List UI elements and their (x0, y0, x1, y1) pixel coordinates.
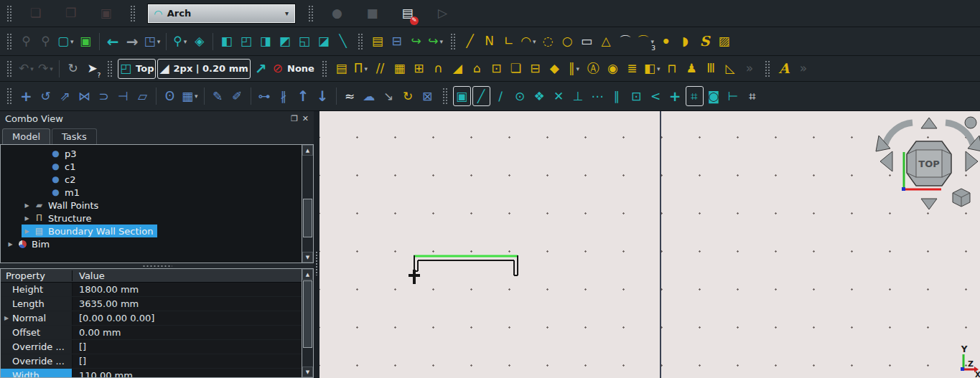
macro-edit-button[interactable]: ▤✎ (398, 4, 416, 24)
export-as-button[interactable]: ↪▾ (426, 32, 444, 52)
property-name-cell[interactable]: Length (1, 297, 73, 311)
toolbar-grip[interactable] (6, 60, 11, 77)
tree-item-structure[interactable]: ▶ΠStructure (1, 212, 302, 225)
chevron-down-icon[interactable]: ▾ (365, 65, 368, 72)
copy-button[interactable]: ❐ (62, 4, 80, 24)
rear-view-button[interactable]: ◩ (276, 32, 294, 52)
property-row-override[interactable]: Override ...[] (1, 340, 302, 354)
nav-back-button[interactable]: ← (104, 32, 122, 52)
toolbar-grip[interactable] (6, 33, 11, 50)
snap-center-button[interactable]: ⊙ (511, 86, 529, 106)
scroll-up-icon[interactable]: ▲ (302, 145, 313, 156)
property-name-cell[interactable]: Override ... (1, 340, 73, 354)
building-tool[interactable]: ⌂ (468, 59, 486, 79)
toolbar-grip[interactable] (107, 60, 112, 77)
draft-offset-tool[interactable]: ⊃ (95, 86, 113, 106)
draft-downgrade-tool[interactable]: ↓ (314, 86, 332, 106)
schedule-tool[interactable]: ⊟ (526, 59, 544, 79)
property-value[interactable]: 0.00 mm (73, 326, 302, 339)
tree-item-c1[interactable]: ●c1 (1, 160, 302, 173)
fit-selection-button[interactable]: ⚲ (37, 32, 55, 52)
draft-subelement-tool[interactable]: ✐ (228, 86, 246, 106)
roof-tool[interactable]: ◢ (449, 59, 467, 79)
panel-viewport-splitter[interactable] (314, 111, 319, 378)
new-document-button[interactable]: ❏ (27, 4, 45, 24)
export-button[interactable]: ↪ (407, 32, 425, 52)
draft-rectangle-tool[interactable]: ▭ (578, 32, 596, 52)
fence-tool[interactable]: Ⅲ (702, 59, 720, 79)
tab-tasks[interactable]: Tasks (52, 128, 97, 144)
autogroup-button[interactable]: ⊘None (271, 59, 316, 79)
property-name-cell[interactable]: Height (1, 283, 73, 296)
toolbar-grip[interactable] (450, 33, 455, 50)
stairs-tool[interactable]: ≣ (623, 59, 641, 79)
expand-arrow-icon[interactable]: ▶ (5, 241, 16, 247)
snap-perpendicular-button[interactable]: ⊥ (569, 86, 587, 106)
level-tool[interactable]: ⊡ (487, 59, 505, 79)
property-scrollbar[interactable]: ▲ ▼ (302, 269, 313, 377)
scroll-down-icon[interactable]: ▼ (302, 367, 313, 377)
property-name-cell[interactable]: Width (1, 369, 73, 377)
property-row-override[interactable]: Override ...[] (1, 354, 302, 369)
wall-drawing[interactable] (409, 255, 518, 284)
draft-point-tool[interactable]: • (657, 32, 675, 52)
snap-endpoint-button[interactable]: ╱ (472, 86, 490, 106)
tree-item-m1[interactable]: ●m1 (1, 186, 302, 199)
draft-move-tool[interactable]: + (17, 86, 35, 106)
snap-midpoint-button[interactable]: ∕ (492, 86, 510, 106)
draft-array-tool[interactable]: ▦▾ (180, 86, 200, 106)
chevron-down-icon[interactable]: ▾ (651, 38, 655, 45)
pipe-tool[interactable]: ‖▾ (565, 59, 583, 79)
draft-trim-tool[interactable]: ⊣ (114, 86, 132, 106)
frame-tool[interactable]: ⊓ (663, 59, 681, 79)
tab-model[interactable]: Model (2, 128, 50, 144)
annotation-text-tool[interactable]: A (775, 59, 793, 79)
expand-arrow-icon[interactable]: ▶ (22, 215, 32, 222)
chevron-down-icon[interactable]: ▾ (184, 38, 187, 45)
property-row-width[interactable]: Width110.00 mm (1, 369, 302, 377)
draft-polyline-tool[interactable]: N (480, 32, 498, 52)
rebar-tool[interactable]: // (371, 59, 389, 79)
axonometric-view-button[interactable]: ◈ (190, 32, 208, 52)
nav-arrow-down-icon[interactable] (921, 199, 937, 209)
undo-button[interactable]: ↶▾ (17, 59, 35, 79)
wall-tool[interactable]: ▤ (332, 59, 350, 79)
expand-arrow-icon[interactable]: ▶ (1, 315, 12, 321)
left-view-button[interactable]: ◪ (314, 32, 332, 52)
curtain-wall-tool[interactable]: ▦ (391, 59, 409, 79)
property-value[interactable]: 110.00 mm (73, 369, 302, 377)
property-row-length[interactable]: Length3635.00 mm (1, 297, 302, 311)
property-name-cell[interactable]: Override ... (1, 354, 73, 368)
tree-item-p3[interactable]: ●p3 (1, 147, 302, 160)
nav-arrow-left-icon[interactable] (880, 151, 892, 171)
tree-item-bim[interactable]: ▶Bim (1, 237, 302, 250)
project-tool[interactable]: ❏ (507, 59, 525, 79)
toolbar-overflow-button-2[interactable]: » (795, 59, 813, 79)
draft-point-ops-tool[interactable]: ☁ (360, 86, 378, 106)
tree-scrollbar-thumb[interactable] (303, 199, 312, 237)
snap-dimensions-button[interactable]: ⊢ (724, 86, 742, 106)
snap-grid-button[interactable]: ⌗ (686, 86, 704, 106)
refresh-button[interactable]: ↻ (64, 59, 82, 79)
property-name-cell[interactable]: Offset (1, 326, 73, 339)
chevron-down-icon[interactable]: ▾ (157, 38, 161, 45)
draft-rotate-tool[interactable]: ↺ (37, 86, 55, 106)
snap-special-button[interactable]: ⊡ (627, 86, 645, 106)
expand-arrow-icon[interactable]: ▶ (22, 228, 32, 235)
tree-item-wall-points[interactable]: ▶▰Wall Points (1, 199, 302, 212)
close-panel-icon[interactable]: ✕ (302, 114, 309, 123)
structure-tool[interactable]: Π▾ (352, 59, 370, 79)
redo-button[interactable]: ↷▾ (37, 59, 55, 79)
property-row-offset[interactable]: Offset0.00 mm (1, 326, 302, 340)
chevron-down-icon[interactable]: ▾ (70, 38, 74, 45)
equipment-tool[interactable]: ♟ (683, 59, 701, 79)
wire-to-bspline-tool[interactable]: ≈ (341, 86, 359, 106)
tree-item-boundary-wall-section[interactable]: ▶▤Boundary Wall Section (1, 225, 302, 237)
property-value[interactable]: 1800.00 mm (73, 283, 302, 296)
wall-outline[interactable] (414, 255, 518, 275)
property-value[interactable]: 3635.00 mm (73, 297, 302, 311)
draft-orient-tool[interactable]: ↻ (399, 86, 417, 106)
float-panel-icon[interactable]: ❐ (291, 114, 298, 123)
nav-forward-button[interactable]: → (123, 32, 141, 52)
property-row-height[interactable]: Height1800.00 mm (1, 283, 302, 297)
